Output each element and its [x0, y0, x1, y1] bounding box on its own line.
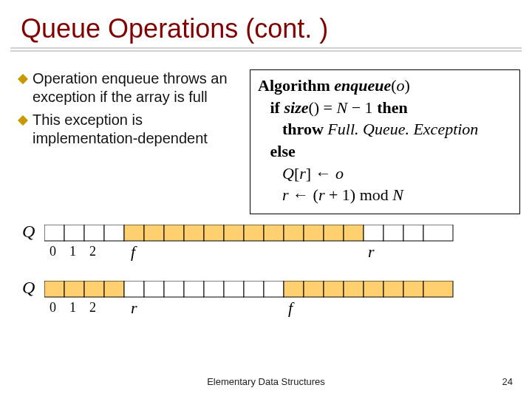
bullet-text: Operation enqueue throws an exception if…	[33, 69, 242, 106]
svg-rect-43	[364, 281, 383, 297]
content-row: Operation enqueue throws an exception if…	[0, 52, 532, 214]
svg-rect-5	[104, 225, 124, 241]
svg-text:f: f	[288, 299, 295, 317]
svg-rect-9	[184, 225, 204, 241]
svg-text:r: r	[368, 242, 375, 261]
svg-rect-45	[403, 281, 423, 297]
svg-rect-13	[264, 225, 284, 241]
svg-rect-36	[224, 281, 244, 297]
svg-rect-30	[104, 281, 124, 297]
footer-text: Elementary Data Structures	[0, 376, 532, 387]
svg-text:0: 0	[50, 244, 56, 259]
svg-rect-16	[324, 225, 344, 241]
svg-rect-33	[164, 281, 184, 297]
bullet-list: Operation enqueue throws an exception if…	[13, 69, 242, 214]
bullet-item: This exception is implementation-depende…	[13, 111, 242, 148]
svg-text:1: 1	[69, 244, 76, 259]
svg-rect-0	[18, 74, 28, 84]
slide-title: Queue Operations (cont. )	[0, 0, 532, 47]
algo-line: Q[r] ← o	[258, 163, 512, 185]
svg-rect-2	[44, 225, 64, 241]
array-svg-1: 0 1 2 f r	[44, 225, 466, 262]
svg-rect-34	[184, 281, 204, 297]
svg-rect-29	[84, 281, 104, 297]
algo-line: Algorithm enqueue(o)	[258, 75, 512, 97]
svg-rect-40	[304, 281, 324, 297]
svg-rect-28	[64, 281, 84, 297]
svg-rect-41	[324, 281, 344, 297]
svg-text:1: 1	[69, 300, 76, 315]
svg-text:2: 2	[89, 300, 96, 315]
bullet-text: This exception is implementation-depende…	[33, 111, 242, 148]
svg-rect-18	[364, 225, 383, 241]
svg-rect-37	[244, 281, 264, 297]
svg-text:f: f	[131, 242, 137, 261]
svg-rect-8	[164, 225, 184, 241]
title-underline-1	[10, 47, 522, 49]
svg-rect-6	[124, 225, 144, 241]
algo-line: if size() = N − 1 then	[258, 97, 512, 119]
svg-text:2: 2	[89, 244, 96, 259]
svg-rect-14	[284, 225, 304, 241]
algo-line: r ← (r + 1) mod N	[258, 184, 512, 206]
array-q-label: Q	[22, 222, 35, 242]
bullet-item: Operation enqueue throws an exception if…	[13, 69, 242, 106]
svg-rect-7	[144, 225, 164, 241]
svg-rect-15	[304, 225, 324, 241]
svg-rect-10	[204, 225, 224, 241]
diamond-icon	[13, 111, 33, 126]
svg-rect-38	[264, 281, 284, 297]
array-q-label: Q	[22, 278, 35, 298]
svg-rect-42	[344, 281, 364, 297]
svg-rect-1	[18, 115, 28, 126]
diamond-icon	[13, 69, 33, 84]
array-diagrams: Q	[0, 214, 532, 321]
svg-rect-27	[44, 281, 64, 297]
svg-text:0: 0	[50, 300, 56, 315]
svg-rect-19	[383, 225, 403, 241]
svg-rect-31	[124, 281, 144, 297]
svg-rect-20	[403, 225, 423, 241]
svg-rect-46	[423, 281, 453, 297]
svg-rect-12	[244, 225, 264, 241]
svg-rect-39	[284, 281, 304, 297]
svg-rect-4	[84, 225, 104, 241]
svg-rect-35	[204, 281, 224, 297]
svg-rect-32	[144, 281, 164, 297]
svg-rect-17	[344, 225, 364, 241]
array-figure-2: Q	[44, 281, 502, 321]
page-number: 24	[502, 376, 513, 387]
svg-rect-21	[423, 225, 453, 241]
array-figure-1: Q	[44, 225, 502, 265]
svg-rect-44	[383, 281, 403, 297]
algo-line: else	[258, 140, 512, 163]
algorithm-box: Algorithm enqueue(o) if size() = N − 1 t…	[250, 69, 520, 214]
svg-text:r: r	[131, 299, 137, 317]
array-svg-2: 0 1 2 r f	[44, 281, 466, 318]
algo-line: throw Full. Queue. Exception	[258, 118, 512, 140]
svg-rect-3	[64, 225, 84, 241]
svg-rect-11	[224, 225, 244, 241]
